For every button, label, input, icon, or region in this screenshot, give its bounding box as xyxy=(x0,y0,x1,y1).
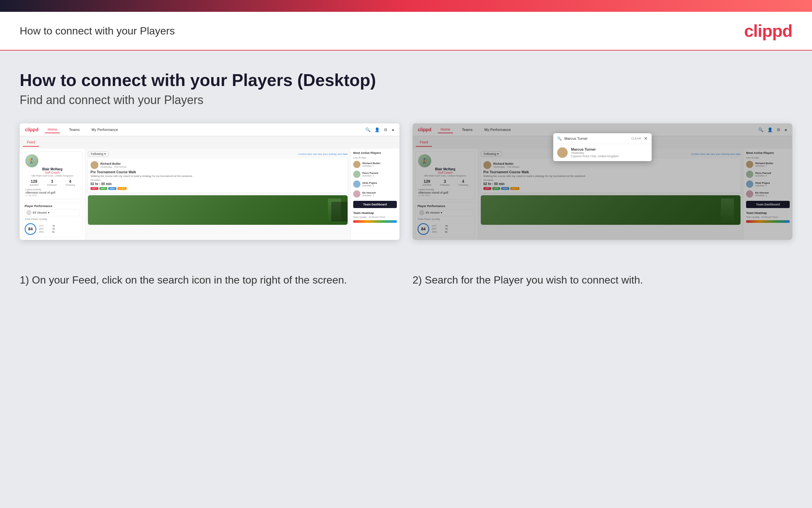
player-list-item-2: Piers Parnell Activities: 4 xyxy=(353,171,397,178)
nav-home-1[interactable]: Home xyxy=(45,126,60,133)
hero-title: How to connect with your Players (Deskto… xyxy=(20,70,792,90)
app-nav-1: clippd Home Teams My Performance 🔍 👤 ⚙ ● xyxy=(20,123,399,136)
score-circle-1: 84 xyxy=(25,223,36,235)
screenshot-2: 🔍 Marcus Turner CLEAR ✕ Marcus Turner Ye… xyxy=(413,123,792,240)
chevron-down-icon: ▾ xyxy=(48,211,50,214)
mock-app-2: 🔍 Marcus Turner CLEAR ✕ Marcus Turner Ye… xyxy=(413,123,792,240)
hero-subtitle: Find and connect with your Players xyxy=(20,93,792,107)
player-avatar-2 xyxy=(353,171,361,178)
avatar-icon[interactable]: ● xyxy=(392,127,394,132)
app-bar: APP 70 xyxy=(39,228,55,230)
activity-image xyxy=(88,195,348,225)
nav-icons-1: 🔍 👤 ⚙ ● xyxy=(365,127,394,132)
following-row-1: Following ▾ Control who can see your act… xyxy=(88,151,348,157)
team-heatmap-subtitle: Team Quality - 20 Round Trend xyxy=(353,216,397,218)
feed-tab-1[interactable]: Feed xyxy=(23,138,39,147)
control-link[interactable]: Control who can see your activity and da… xyxy=(298,153,348,156)
nav-teams-1[interactable]: Teams xyxy=(66,126,82,133)
tag-putt: PUTT xyxy=(117,187,127,190)
tag-app: APP xyxy=(99,187,107,190)
player-select-avatar xyxy=(26,210,32,215)
player-list-item-4: Eli Vincent Activities: 1 xyxy=(353,190,397,198)
search-result-avatar xyxy=(557,147,568,158)
activity-tags: OTT APP ARG PUTT xyxy=(91,187,345,190)
arg-bar: ARG 81 xyxy=(39,231,55,233)
quality-bars-1: OTT 79 APP 70 xyxy=(39,225,55,234)
mock-app-1: clippd Home Teams My Performance 🔍 👤 ⚙ ●… xyxy=(20,123,399,240)
player-avatar-1 xyxy=(353,161,361,168)
caption-1: 1) On your Feed, click on the search ico… xyxy=(20,260,399,288)
ott-bar: OTT 79 xyxy=(39,225,55,227)
search-clear-button[interactable]: CLEAR xyxy=(631,137,641,140)
profile-role-1: Golf Coach xyxy=(25,171,79,174)
player-select-1[interactable]: Eli Vincent ▾ xyxy=(25,209,80,216)
page-header: How to connect with your Players clippd xyxy=(0,12,812,50)
tag-arg: ARG xyxy=(108,187,116,190)
player-list-item-1: Richard Butler Activities: 7 xyxy=(353,161,397,168)
activity-user-info: Richard Butler Yesterday · The Grove xyxy=(100,162,127,168)
following-button[interactable]: Following ▾ xyxy=(88,151,109,157)
search-query-text[interactable]: Marcus Turner xyxy=(564,136,629,140)
profile-club-1: Mill Ride Golf Club, United Kingdom xyxy=(25,174,79,177)
left-panel-1: 🏌 Blair McHarg Golf Coach Mill Ride Golf… xyxy=(20,149,85,240)
search-close-button[interactable]: ✕ xyxy=(644,136,648,141)
user-icon[interactable]: 👤 xyxy=(375,127,380,132)
app-logo-1: clippd xyxy=(25,127,38,132)
search-bar: 🔍 Marcus Turner CLEAR ✕ xyxy=(553,133,652,144)
app-body-1: 🏌 Blair McHarg Golf Coach Mill Ride Golf… xyxy=(20,149,399,240)
tag-ott: OTT xyxy=(91,187,98,190)
latest-activity-1: Latest Activity Afternoon round of golf … xyxy=(25,188,79,197)
page-hero: How to connect with your Players (Deskto… xyxy=(20,70,792,107)
golfer-shadow xyxy=(331,202,348,221)
search-icon[interactable]: 🔍 xyxy=(365,127,371,132)
activity-user-row: Richard Butler Yesterday · The Grove xyxy=(91,161,345,169)
activity-avatar xyxy=(91,161,98,169)
settings-icon[interactable]: ⚙ xyxy=(384,127,388,132)
page-title: How to connect with your Players xyxy=(20,25,175,37)
total-quality-label: Total Player Quality xyxy=(25,218,80,220)
screenshots-grid: clippd Home Teams My Performance 🔍 👤 ⚙ ●… xyxy=(20,123,792,240)
middle-feed-1: Following ▾ Control who can see your act… xyxy=(85,149,350,240)
team-dashboard-button[interactable]: Team Dashboard xyxy=(353,201,397,208)
captions-grid: 1) On your Feed, click on the search ico… xyxy=(20,260,792,288)
profile-name-1: Blair McHarg xyxy=(25,167,79,171)
heatmap-bar xyxy=(353,220,397,223)
team-heatmap-title: Team Heatmap xyxy=(353,211,397,215)
player-avatar-3 xyxy=(353,180,361,188)
main-content: How to connect with your Players (Deskto… xyxy=(0,50,812,503)
duration-label: Duration xyxy=(91,178,345,181)
search-icon-overlay: 🔍 xyxy=(557,136,562,141)
caption-2: 2) Search for the Player you wish to con… xyxy=(413,260,792,288)
player-list-item-3: Hiral Pujara Activities: 3 xyxy=(353,180,397,188)
player-avatar-4 xyxy=(353,190,361,198)
top-gradient-bar xyxy=(0,0,812,12)
profile-avatar-1: 🏌 xyxy=(25,154,38,167)
player-performance-panel-1: Player Performance Eli Vincent ▾ Total P… xyxy=(22,202,82,237)
following-stat: 4 Following xyxy=(65,179,75,186)
clippd-logo: clippd xyxy=(744,21,792,41)
nav-my-performance-1[interactable]: My Performance xyxy=(89,126,121,133)
profile-stats-1: 129 Activities 3 Followers 4 Following xyxy=(25,179,79,186)
activity-card-1: Richard Butler Yesterday · The Grove Pre… xyxy=(88,159,348,193)
chevron-down-icon: ▾ xyxy=(104,152,106,156)
activities-stat: 129 Activities xyxy=(30,179,39,186)
footer: Copyright Clippd 2022 xyxy=(0,503,812,508)
right-panel-1: Most Active Players Last 30 days Richard… xyxy=(350,149,399,240)
search-overlay: 🔍 Marcus Turner CLEAR ✕ Marcus Turner Ye… xyxy=(553,133,652,161)
followers-stat: 3 Followers xyxy=(47,179,57,186)
screenshot-1: clippd Home Teams My Performance 🔍 👤 ⚙ ●… xyxy=(20,123,399,240)
search-result-item[interactable]: Marcus Turner Yesterday Cypress Point Cl… xyxy=(553,144,652,161)
profile-card-1: 🏌 Blair McHarg Golf Coach Mill Ride Golf… xyxy=(22,151,82,200)
